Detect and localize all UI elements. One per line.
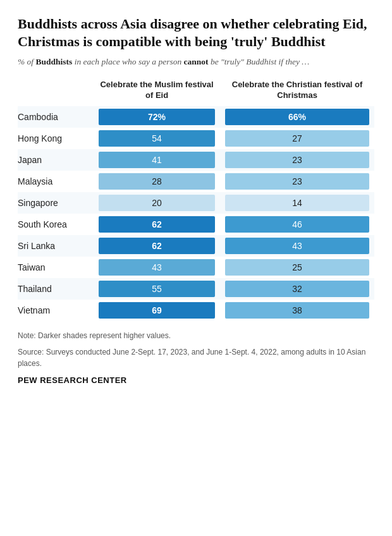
table-row-christmas: 27 [220,128,374,149]
table-row-christmas: 46 [220,214,374,235]
table-row-country: South Korea [18,214,94,235]
table-row-eid: 28 [94,171,220,192]
subtitle-part1: % of [18,57,36,66]
table-row-country: Thailand [18,278,94,300]
table-row-eid: 43 [94,257,220,278]
table-row-country: Sri Lanka [18,235,94,257]
chart-subtitle: % of Buddhists in each place who say a p… [18,56,374,68]
table-row-christmas: 23 [220,149,374,171]
table-row-christmas: 25 [220,257,374,278]
table-row-country: Vietnam [18,300,94,321]
table-row-country: Malaysia [18,171,94,192]
table-row-country: Taiwan [18,257,94,278]
chart-title: Buddhists across Asia disagree on whethe… [18,15,374,50]
subtitle-part3: be "truly" Buddhist if they … [209,57,310,66]
table-row-eid: 20 [94,192,220,214]
chart-source: Source: Surveys conducted June 2-Sept. 1… [18,346,374,369]
col-eid-header: Celebrate the Muslim festival of Eid [94,80,220,106]
table-row-christmas: 43 [220,235,374,257]
table-row-eid: 72% [94,106,220,128]
table-row-eid: 54 [94,128,220,149]
table-row-christmas: 38 [220,300,374,321]
table-row-country: Hong Kong [18,128,94,149]
table-row-christmas: 32 [220,278,374,300]
chart-note: Note: Darker shades represent higher val… [18,330,374,341]
table-row-christmas: 14 [220,192,374,214]
data-table: Celebrate the Muslim festival of Eid Cel… [18,80,374,321]
subtitle-part2: in each place who say a person [72,57,183,66]
subtitle-cannot: cannot [184,57,209,66]
table-row-eid: 41 [94,149,220,171]
table-row-eid: 62 [94,235,220,257]
table-row-eid: 55 [94,278,220,300]
col-country-header [18,80,94,106]
table-row-christmas: 23 [220,171,374,192]
table-row-christmas: 66% [220,106,374,128]
table-row-eid: 62 [94,214,220,235]
subtitle-buddhists: Buddhists [36,57,73,66]
table-row-country: Singapore [18,192,94,214]
brand-label: PEW RESEARCH CENTER [18,375,374,385]
table-row-country: Cambodia [18,106,94,128]
table-row-eid: 69 [94,300,220,321]
table-row-country: Japan [18,149,94,171]
col-christmas-header: Celebrate the Christian festival of Chri… [220,80,374,106]
